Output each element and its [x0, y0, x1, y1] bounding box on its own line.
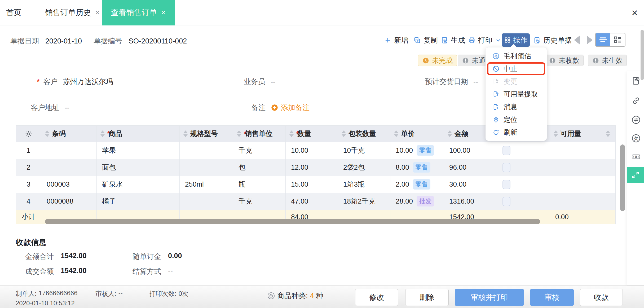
remark-label: 备注: [251, 103, 266, 112]
related-docs-button[interactable]: [631, 95, 641, 106]
row-checkbox[interactable]: [502, 180, 510, 189]
tab-close-icon[interactable]: ×: [95, 9, 100, 17]
cell-unit: 瓶: [233, 176, 286, 193]
grid-icon: [504, 37, 511, 43]
header-product[interactable]: *商品: [97, 126, 180, 142]
expand-button[interactable]: [627, 167, 644, 183]
sort-icon[interactable]: [289, 130, 294, 137]
menu-item-label: 变更: [504, 77, 517, 86]
order-log-button[interactable]: [631, 76, 641, 86]
customer-address-value: --: [65, 104, 69, 112]
action-dropdown-menu: 毛 毛利预估 中止 变更 可用量提取 消息 定位 刷新: [486, 47, 547, 141]
svg-text:欠: 欠: [634, 136, 638, 141]
transfer-button[interactable]: [631, 115, 641, 125]
header-pack-qty[interactable]: 包装数量: [338, 126, 390, 142]
header-available[interactable]: 可用量: [550, 126, 602, 142]
delivery-date-field[interactable]: 预计交货日期 --: [425, 77, 478, 86]
menu-item-label: 消息: [504, 102, 517, 112]
print-button[interactable]: 打印: [468, 34, 501, 47]
menu-item-locate[interactable]: 定位: [486, 113, 547, 126]
copy-button[interactable]: 复制: [413, 34, 438, 47]
payment-settle-value: --: [168, 267, 173, 276]
customer-field[interactable]: * 客户 苏州万达沃尔玛: [37, 77, 113, 86]
prev-doc-arrow-icon[interactable]: [574, 36, 580, 45]
plus-icon: [384, 37, 391, 44]
menu-item-refresh[interactable]: 刷新: [486, 126, 547, 139]
salesman-field[interactable]: 业务员 --: [244, 77, 275, 86]
sort-icon[interactable]: [237, 130, 241, 137]
header-unit[interactable]: *销售单位: [233, 126, 286, 142]
cell-extra: [602, 193, 616, 210]
row-checkbox[interactable]: [502, 197, 510, 206]
chevron-down-icon[interactable]: [495, 37, 501, 43]
tab-label: 查看销售订单: [111, 7, 157, 18]
generate-button[interactable]: 生成: [441, 34, 465, 47]
cell-unit: 千克: [233, 193, 286, 210]
cell-check: [497, 142, 550, 159]
sort-icon[interactable]: [342, 130, 346, 137]
history-docs-button[interactable]: 历史单据: [533, 34, 572, 47]
sort-icon[interactable]: [394, 130, 398, 137]
audit-button[interactable]: 审核: [530, 289, 574, 306]
customer-address-field[interactable]: 客户地址 --: [31, 103, 69, 112]
payment-total-label: 金额合计: [25, 252, 54, 261]
tab-close-icon[interactable]: ×: [161, 9, 166, 17]
payment-deposit-label: 随单订金: [133, 252, 161, 261]
sort-icon[interactable]: [554, 130, 558, 137]
collect-payment-button[interactable]: 收款: [580, 289, 623, 306]
debt-button[interactable]: 欠: [631, 133, 641, 144]
add-button[interactable]: 新增: [384, 34, 408, 47]
window-close-icon[interactable]: ×: [632, 6, 638, 19]
audit-and-print-button[interactable]: 审核并打印: [455, 289, 524, 306]
sort-icon[interactable]: [606, 130, 610, 137]
status-badge-label: 未完成: [432, 56, 453, 65]
header-spec[interactable]: 规格型号: [180, 126, 233, 142]
menu-item-message[interactable]: 消息: [486, 100, 547, 113]
doc-date-field: 单据日期 2020-01-10: [10, 36, 82, 46]
print-count-field: 打印次数: 0次: [149, 289, 188, 298]
cell-spec: [180, 159, 233, 176]
cell-extra: [602, 142, 616, 159]
history-doc-icon: [533, 37, 541, 44]
category-unit: 种: [316, 291, 323, 301]
row-checkbox[interactable]: [502, 146, 510, 155]
header-barcode[interactable]: 条码: [41, 126, 97, 142]
price-type-tag: 零售: [413, 179, 430, 190]
header-price[interactable]: 单价: [390, 126, 444, 142]
add-remark-button[interactable]: 添加备注: [271, 103, 310, 112]
list-view-toggle[interactable]: [596, 33, 610, 46]
exclamation-icon: [549, 57, 556, 64]
price-ticket-button[interactable]: ¥: [631, 152, 641, 162]
creator-label: 制单人:: [16, 289, 37, 298]
sort-icon[interactable]: [183, 130, 188, 137]
detail-view-toggle[interactable]: [610, 33, 625, 46]
header-extra[interactable]: [602, 126, 616, 142]
horizontal-scrollbar[interactable]: [45, 219, 540, 224]
auditor-value: --: [118, 289, 123, 298]
page-scrollbar[interactable]: [641, 30, 644, 80]
header-qty[interactable]: *数量: [286, 126, 338, 142]
delete-button[interactable]: 删除: [405, 289, 449, 306]
next-doc-arrow-icon[interactable]: [587, 36, 593, 45]
row-checkbox[interactable]: [502, 163, 510, 172]
sort-icon[interactable]: [448, 130, 452, 137]
subtotal-label: 小计: [16, 210, 41, 224]
menu-item-abort[interactable]: 中止: [486, 62, 547, 75]
column-settings-button[interactable]: [16, 126, 41, 142]
sort-icon[interactable]: [45, 130, 49, 137]
tab-view-sales-order[interactable]: 查看销售订单 ×: [102, 0, 175, 25]
list-view-icon: [599, 36, 608, 44]
sort-icon[interactable]: [100, 130, 105, 137]
svg-text:¥: ¥: [635, 155, 637, 159]
copy-label: 复制: [424, 36, 438, 45]
created-at: 2020-01-10 10:53:12: [16, 300, 75, 307]
tab-home[interactable]: 首页: [6, 0, 21, 25]
modify-button[interactable]: 修改: [355, 289, 398, 306]
cell-extra: [602, 159, 616, 176]
action-button[interactable]: 操作: [502, 33, 530, 47]
tab-sales-order-history[interactable]: 销售订单历史 ×: [45, 0, 100, 25]
sidebar-divider: [629, 92, 642, 92]
menu-item-profit-estimate[interactable]: 毛 毛利预估: [486, 50, 547, 62]
menu-item-available-extract[interactable]: 可用量提取: [486, 88, 547, 100]
table-vertical-scrollbar[interactable]: [620, 144, 625, 211]
